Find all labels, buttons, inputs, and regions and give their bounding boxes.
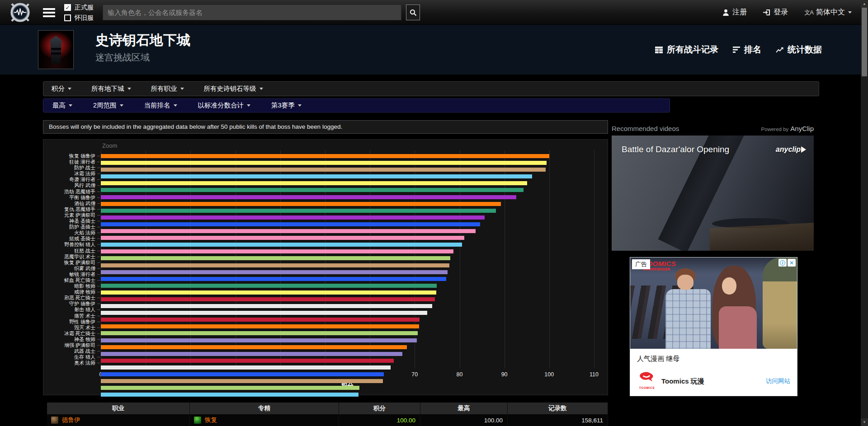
scrollbar[interactable]: ▲ ▼ bbox=[861, 0, 868, 426]
play-icon bbox=[801, 146, 806, 153]
chart-category-label: 射击 猎人 bbox=[43, 307, 101, 313]
advertisement[interactable]: TOOMICS 在线阅读发现韩创漫画 广告 i ✕ 人气漫画 继母 TOOMIC… bbox=[630, 257, 797, 396]
chart-bar[interactable] bbox=[101, 284, 437, 288]
chart-category-label: 平衡 德鲁伊 bbox=[43, 195, 101, 201]
chart-bar[interactable] bbox=[101, 331, 418, 335]
chart-bar[interactable] bbox=[101, 270, 448, 274]
chart-category-label: 奇袭 潜行者 bbox=[43, 177, 101, 183]
chevron-down-icon bbox=[298, 104, 302, 107]
chart-category-label: 狂徒 潜行者 bbox=[43, 159, 101, 165]
chart-bar[interactable] bbox=[101, 318, 420, 322]
warcraftlogs-logo-icon[interactable] bbox=[9, 2, 31, 23]
chart-bar[interactable] bbox=[101, 154, 549, 158]
chart-bar[interactable] bbox=[101, 386, 359, 390]
chart-bar[interactable] bbox=[101, 236, 464, 240]
chevron-down-icon bbox=[848, 11, 852, 14]
realm-toggle-group: ✓ 正式服 怀旧服 bbox=[64, 2, 94, 23]
chart-bar[interactable] bbox=[101, 263, 449, 267]
stats-icon bbox=[776, 47, 783, 53]
chart-bar[interactable] bbox=[101, 249, 453, 253]
filter-ranking[interactable]: 当前排名 bbox=[144, 101, 177, 110]
filter-classes[interactable]: 所有职业 bbox=[151, 84, 184, 93]
chevron-down-icon bbox=[180, 88, 184, 90]
chart-bar[interactable] bbox=[101, 311, 427, 315]
chart-bar[interactable] bbox=[101, 277, 446, 281]
ad-illustration bbox=[763, 257, 797, 349]
chevron-down-icon bbox=[259, 88, 263, 90]
checkbox-unchecked-icon bbox=[64, 14, 71, 21]
filter-dungeons[interactable]: 所有地下城 bbox=[91, 84, 131, 93]
chart-bar[interactable] bbox=[101, 256, 450, 260]
filter-keystone-level[interactable]: 所有史诗钥石等级 bbox=[204, 84, 263, 93]
chart-bar[interactable] bbox=[101, 209, 496, 213]
scrollbar-down-arrow[interactable]: ▼ bbox=[861, 418, 868, 426]
menu-button[interactable] bbox=[43, 8, 55, 17]
col-header-score[interactable]: 积分 bbox=[339, 403, 420, 414]
filter-score-aggregate[interactable]: 以标准分数合计 bbox=[198, 101, 251, 110]
chart-bar[interactable] bbox=[101, 229, 476, 233]
chart-bar[interactable] bbox=[101, 365, 391, 370]
video-player[interactable]: Battle of Dazar'alor Opening anyclip bbox=[612, 136, 814, 251]
rank-icon bbox=[733, 47, 740, 53]
table-row[interactable]: 德鲁伊 恢复 100.00 100.00 158,611 bbox=[47, 414, 608, 426]
nav-statistics[interactable]: 统计数据 bbox=[776, 44, 822, 56]
register-link[interactable]: 注册 bbox=[722, 8, 747, 17]
chart-bar[interactable] bbox=[101, 393, 359, 397]
chart-category-label: 野性 德鲁伊 bbox=[43, 319, 101, 325]
chart-category-label: 敏锐 潜行者 bbox=[43, 272, 101, 277]
page-subtitle: 迷宫挑战区域 bbox=[95, 51, 190, 64]
chart-bar[interactable] bbox=[101, 181, 527, 185]
filter-best[interactable]: 最高 bbox=[52, 101, 72, 110]
chart-bar[interactable] bbox=[101, 222, 480, 226]
ad-illustration bbox=[677, 275, 693, 290]
chart-bar[interactable] bbox=[101, 188, 524, 192]
video-scene-art bbox=[710, 223, 814, 251]
filter-metric[interactable]: 积分 bbox=[52, 84, 71, 93]
ad-advertiser: Toomics 玩漫 bbox=[661, 377, 704, 386]
chart-category-label: 浩劫 恶魔猎手 bbox=[43, 189, 101, 195]
chart-bar[interactable] bbox=[101, 379, 383, 383]
chart-labels: 恢复 德鲁伊狂徒 潜行者防护 战士冰霜 法师奇袭 潜行者风行 武僧浩劫 恶魔猎手… bbox=[43, 150, 101, 366]
chart-bar[interactable] bbox=[101, 304, 432, 308]
chart-bar[interactable] bbox=[101, 202, 501, 206]
chart-bar[interactable] bbox=[101, 195, 516, 199]
scrollbar-thumb[interactable] bbox=[862, 8, 867, 76]
login-link[interactable]: 登录 bbox=[763, 8, 788, 17]
chevron-down-icon bbox=[247, 104, 250, 107]
search-button[interactable] bbox=[406, 5, 420, 20]
ad-cta-link[interactable]: 访问网站 bbox=[766, 377, 790, 385]
chart-category-label: 惩戒 圣骑士 bbox=[43, 236, 101, 242]
chart-bar[interactable] bbox=[101, 161, 547, 165]
chart-bar[interactable] bbox=[101, 338, 417, 342]
ad-info-icon[interactable]: i bbox=[778, 259, 787, 267]
language-selector[interactable]: 文A 简体中文 bbox=[804, 8, 852, 17]
realm-option-live[interactable]: ✓ 正式服 bbox=[64, 2, 94, 13]
nav-rankings[interactable]: 排名 bbox=[733, 44, 761, 56]
nav-all-reports[interactable]: 所有战斗记录 bbox=[655, 44, 718, 56]
col-header-class[interactable]: 职业 bbox=[47, 403, 190, 414]
chart-bar[interactable] bbox=[101, 174, 532, 178]
realm-option-classic[interactable]: 怀旧服 bbox=[64, 13, 94, 23]
scrollbar-up-arrow[interactable]: ▲ bbox=[861, 0, 868, 8]
chart-bar[interactable] bbox=[101, 168, 546, 172]
chart-bar[interactable] bbox=[101, 324, 419, 328]
filter-time-range[interactable]: 2周范围 bbox=[93, 101, 123, 110]
col-header-best[interactable]: 最高 bbox=[420, 403, 508, 414]
chart-category-label: 暗影 牧师 bbox=[43, 283, 101, 289]
chart-bar[interactable] bbox=[101, 345, 407, 349]
chart-bar[interactable] bbox=[101, 297, 435, 301]
chart-bar[interactable] bbox=[101, 243, 462, 247]
filter-season[interactable]: 第3赛季 bbox=[271, 101, 302, 110]
col-header-records[interactable]: 记录数 bbox=[508, 403, 608, 414]
col-header-spec[interactable]: 专精 bbox=[190, 403, 339, 414]
chart-zoom-label: Zoom bbox=[102, 142, 117, 149]
chart-category-label: 痛苦 术士 bbox=[43, 313, 101, 319]
chart-bar[interactable] bbox=[101, 215, 485, 220]
stats-table: 职业 专精 积分 最高 记录数 德鲁伊 恢复 100.00 100.00 158… bbox=[47, 403, 608, 426]
chart-bar[interactable] bbox=[101, 372, 384, 376]
chart-bar[interactable] bbox=[101, 290, 436, 295]
search-input[interactable] bbox=[103, 5, 401, 20]
ad-close-icon[interactable]: ✕ bbox=[788, 259, 796, 267]
chart-bar[interactable] bbox=[101, 359, 394, 363]
chart-bar[interactable] bbox=[101, 352, 402, 356]
